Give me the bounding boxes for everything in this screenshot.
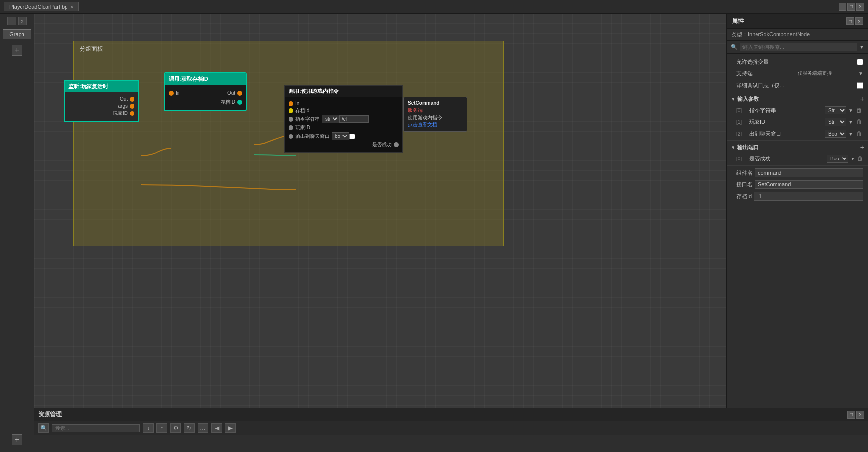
bottom-export-button[interactable]: ↑ (156, 423, 167, 433)
minimize-button[interactable]: _ (839, 3, 846, 11)
bottom-toolbar: 🔍 ↓ ↑ ⚙ ↻ … ◀ ▶ (34, 421, 868, 435)
port-cmd-saveid-dot (289, 108, 293, 113)
bottom-scroll-right-button[interactable]: ▶ (225, 423, 236, 433)
param-0-type-select[interactable]: Str (825, 106, 846, 114)
tooltip-box: SetCommand 服务端 使用游戏内指令 点击查看文档 (403, 97, 467, 132)
port-cmd-in-dot (289, 101, 293, 106)
node-command[interactable]: 调用:使用游戏内指令 SetCommand 服务端 使用游戏内指令 点击查看文档 (284, 85, 403, 153)
save-id-input[interactable] (754, 192, 863, 201)
group-panel-title: 分组面板 (80, 45, 103, 53)
input-params-label: 输入参数 (737, 95, 759, 103)
output-0-label: 是否成功 (749, 155, 825, 162)
port-cmd-playerid-dot (289, 125, 293, 130)
component-name-input[interactable] (755, 168, 863, 177)
port-out2 (237, 91, 242, 96)
param-1-dropdown[interactable]: ▼ (848, 119, 853, 125)
cmd-str-value-input[interactable] (339, 115, 369, 123)
tab-item[interactable]: PlayerDeadClearPart.bp × (4, 2, 79, 11)
output-0-type-select[interactable]: Bool (827, 155, 848, 163)
output-0-dropdown[interactable]: ▼ (850, 156, 855, 161)
chat-bool-select[interactable]: bool (332, 132, 349, 140)
right-restore-button[interactable]: □ (846, 17, 854, 25)
param-1-row: [1] 玩家ID Str ▼ 🗑 (727, 116, 868, 128)
port-cmd-chat-dot (289, 134, 293, 139)
input-params-section[interactable]: ▼ 输入参数 + (727, 93, 868, 104)
bottom-search-icon-btn[interactable]: 🔍 (38, 423, 49, 433)
graph-button[interactable]: Graph (3, 29, 31, 39)
bottom-restore-button[interactable]: □ (847, 411, 855, 419)
input-params-arrow: ▼ (731, 96, 735, 102)
add-param-button[interactable]: + (860, 95, 864, 103)
port-cmd-chat: 输出到聊天窗口 bool (289, 132, 399, 140)
tooltip-title: SetCommand (408, 100, 463, 106)
output-0-row: [0] 是否成功 Bool ▼ 🗑 (727, 153, 868, 164)
param-2-label: 出到聊天窗口 (749, 130, 823, 137)
restore-button[interactable]: □ (7, 17, 16, 25)
param-2-delete-button[interactable]: 🗑 (855, 130, 863, 137)
param-0-row: [0] 指令字符串 Str ▼ 🗑 (727, 104, 868, 116)
add-graph-button[interactable]: + (12, 45, 22, 56)
interface-name-input[interactable] (755, 180, 863, 189)
output-arrow: ▼ (731, 145, 735, 150)
divider-2 (727, 140, 868, 141)
support-dropdown-icon[interactable]: ▼ (858, 71, 863, 76)
param-2-dropdown[interactable]: ▼ (848, 131, 853, 136)
add-output-button[interactable]: + (860, 143, 864, 151)
output-section[interactable]: ▼ 输出端口 + (727, 142, 868, 153)
right-close-button[interactable]: × (855, 17, 863, 25)
bottom-search-input[interactable] (52, 424, 140, 432)
right-scroll-area: 允许选择变量 支持端 仅服务端端支持 ▼ 详细调试日志（仅… (727, 54, 868, 408)
bottom-settings-button[interactable]: ⚙ (170, 423, 181, 433)
detail-log-label: 详细调试日志（仅… (736, 82, 855, 89)
bottom-scroll-left-button[interactable]: ◀ (211, 423, 222, 433)
search-icon: 🔍 (731, 44, 738, 50)
param-1-label: 玩家ID (749, 118, 823, 126)
main-layout: □ × Graph + + (0, 14, 868, 452)
tab-close-icon[interactable]: × (70, 4, 73, 10)
node-get-id-body: In Out 存档ID (165, 85, 246, 110)
canvas-area[interactable]: 分组面板 监听:玩家复活时 Out args (34, 14, 726, 408)
bottom-close-button[interactable]: × (856, 411, 864, 419)
node-listen[interactable]: 监听:玩家复活时 Out args 玩家ID (64, 80, 139, 122)
tooltip-link[interactable]: 点击查看文档 (408, 121, 463, 128)
divider-1 (727, 92, 868, 92)
bottom-content (34, 435, 868, 452)
param-0-label: 指令字符串 (749, 107, 823, 114)
close-button[interactable]: × (856, 3, 864, 11)
chat-checkbox[interactable] (349, 134, 355, 139)
port-cmd-success: 是否成功 (289, 141, 399, 148)
side-add-button[interactable]: + (12, 434, 22, 445)
param-1-index: [1] (736, 119, 747, 125)
output-0-index: [0] (736, 156, 747, 161)
collapse-arrow-icon[interactable]: ▼ (859, 45, 864, 50)
maximize-button[interactable]: □ (847, 3, 855, 11)
right-search-input[interactable] (740, 43, 857, 51)
param-0-delete-button[interactable]: 🗑 (855, 107, 863, 113)
param-1-type-select[interactable]: Str (825, 118, 846, 126)
window-controls: _ □ × (839, 3, 864, 11)
node-get-id[interactable]: 调用:获取存档ID In Out (164, 72, 247, 111)
param-0-dropdown[interactable]: ▼ (848, 108, 853, 113)
port-cmd-playerid: 玩家ID (289, 124, 399, 131)
title-bar: PlayerDeadClearPart.bp × _ □ × (0, 0, 868, 14)
save-id-label: 存档Id (736, 193, 752, 200)
bottom-refresh-button[interactable]: ↻ (184, 423, 195, 433)
allow-var-checkbox[interactable] (857, 59, 863, 65)
bottom-import-button[interactable]: ↓ (143, 423, 154, 433)
output-0-delete-button[interactable]: 🗑 (857, 155, 863, 162)
detail-log-checkbox[interactable] (857, 82, 863, 89)
param-1-delete-button[interactable]: 🗑 (855, 118, 863, 125)
port-args (130, 104, 134, 109)
port-in-row: In (169, 90, 181, 96)
port-out-row2: Out (225, 90, 242, 96)
tooltip-service: 服务端 (408, 107, 463, 113)
right-panel-title: 属性 (732, 17, 744, 25)
divider-3 (727, 165, 868, 166)
close-left-button[interactable]: × (18, 17, 27, 25)
bottom-more-button[interactable]: … (198, 423, 208, 433)
port-saveid (237, 100, 242, 105)
param-2-type-select[interactable]: Bool (825, 130, 846, 138)
node-listen-header: 监听:玩家复活时 (65, 81, 138, 92)
cmd-str-type-select[interactable]: str (322, 115, 339, 123)
save-id-row: 存档Id (727, 190, 868, 202)
